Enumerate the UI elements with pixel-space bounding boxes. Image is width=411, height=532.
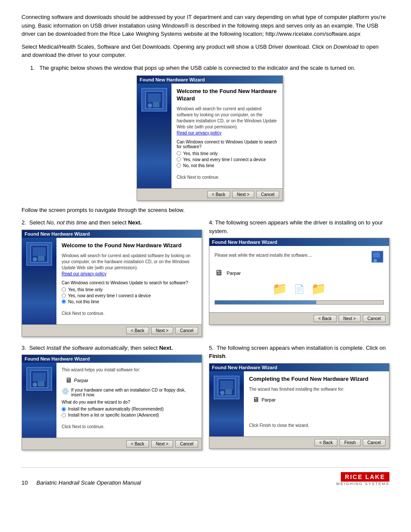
svg-rect-5 xyxy=(33,247,46,256)
step3-radio-list-label: Install from a list or specific location… xyxy=(68,413,159,417)
step2-radio2-input[interactable] xyxy=(62,293,66,298)
dialog1-next-btn[interactable]: Next > xyxy=(232,191,254,198)
step1-content: The graphic below shows the window that … xyxy=(39,65,355,71)
step2-title-text: Found New Hardware Wizard xyxy=(25,231,90,236)
dialog1-title-text: Found New Hardware Wizard xyxy=(140,77,205,82)
step2-question: Can Windows connect to Windows Update to… xyxy=(62,280,196,285)
step2-radio3-label: No, not this time xyxy=(68,299,99,304)
step1-number: 1. xyxy=(30,65,35,71)
step3-radio-auto-input[interactable] xyxy=(62,407,66,411)
svg-point-2 xyxy=(148,103,152,108)
step2-before: Select xyxy=(29,219,47,226)
svg-point-13 xyxy=(33,383,37,387)
step5-completing-desc: The wizard has finished installing the s… xyxy=(249,386,384,392)
step1-text: 1. The graphic below shows the window th… xyxy=(30,64,389,72)
step2-left xyxy=(22,238,56,324)
step5-completing-title: Completing the Found New Hardware Wizard xyxy=(249,376,384,383)
brand-logo: RICE LAKE xyxy=(341,472,389,482)
radio3-label: No, not this time xyxy=(183,163,214,168)
step5-block: 5. The following screen appears when ins… xyxy=(209,344,389,451)
step2-right: Welcome to the Found New Hardware Wizard… xyxy=(56,238,202,324)
step2-radio1-input[interactable] xyxy=(62,287,66,292)
step3-left xyxy=(22,363,56,438)
step3-cancel-btn[interactable]: Cancel xyxy=(175,440,198,448)
step3-back-btn[interactable]: < Back xyxy=(126,440,149,448)
step4-progress-area: 🖥 Parpar xyxy=(215,268,384,277)
step2-back-btn[interactable]: < Back xyxy=(126,327,149,334)
step4-titlebar: Found New Hardware Wizard xyxy=(209,238,389,246)
step5-finish-btn[interactable]: Finish xyxy=(339,439,361,446)
step4-corner-icon xyxy=(371,250,384,264)
intro-para1: Connecting software and downloads should… xyxy=(22,13,389,38)
radio3-input[interactable] xyxy=(177,163,181,168)
dialog1-click-next: Click Next to continue. xyxy=(177,174,277,180)
step3-bold: Next. xyxy=(159,345,173,351)
step3-footer: < Back Next > Cancel xyxy=(22,438,202,450)
step3-radio-auto-label: Install the software automatically (Reco… xyxy=(68,407,164,411)
step4-back-btn[interactable]: < Back xyxy=(314,315,336,322)
step4-text: The following screen appears while the d… xyxy=(209,219,383,234)
step3-radio-list-input[interactable] xyxy=(62,413,66,417)
step5-back-btn[interactable]: < Back xyxy=(314,439,337,446)
step5-label: 5. The following screen appears when ins… xyxy=(209,344,389,361)
step2-privacy-link[interactable]: Read our privacy policy xyxy=(62,271,106,276)
step4-number: 4. xyxy=(209,219,214,226)
page-number: 10 xyxy=(22,479,28,486)
step2-titlebar: Found New Hardware Wizard xyxy=(22,230,202,238)
step5-cancel-btn[interactable]: Cancel xyxy=(363,439,386,446)
radio1-label: Yes, this time only xyxy=(183,151,218,156)
dialog1-footer: < Back Next > Cancel xyxy=(137,188,283,200)
step2-click-next: Click Next to continue. xyxy=(62,311,196,317)
svg-rect-16 xyxy=(220,381,233,389)
step2-next-btn[interactable]: Next > xyxy=(151,327,173,334)
step4-dialog: Found New Hardware Wizard Please wait wh… xyxy=(209,238,389,325)
dialog1-welcome-title: Welcome to the Found New Hardware Wizard xyxy=(177,88,277,103)
radio1-input[interactable] xyxy=(177,151,181,156)
svg-point-10 xyxy=(374,259,377,262)
step3-body: This wizard helps you install software f… xyxy=(22,363,202,438)
dialog1-desc: Windows will search for current and upda… xyxy=(177,106,277,136)
svg-rect-3 xyxy=(153,102,159,107)
step3-radio-list: Install from a list or specific location… xyxy=(62,413,196,417)
step4-cancel-btn[interactable]: Cancel xyxy=(363,315,386,322)
step5-after: . xyxy=(225,353,227,359)
svg-rect-18 xyxy=(225,389,232,395)
privacy-link[interactable]: Read our privacy policy xyxy=(177,131,221,135)
brand-sub: WEIGHING SYSTEMS xyxy=(336,482,389,486)
step3-titlebar: Found New Hardware Wizard xyxy=(22,355,202,363)
dialog1-back-btn[interactable]: < Back xyxy=(207,191,230,198)
step3-block: 3. Select Install the software automatic… xyxy=(22,344,202,451)
dialog1-left xyxy=(137,84,171,188)
step3-what-do: What do you want the wizard to do? xyxy=(62,400,196,404)
step5-title-text: Found New Hardware Wizard xyxy=(212,365,277,370)
step1-dialog: Found New Hardware Wizard Welcome to the… xyxy=(137,75,283,201)
step1-block: 1. The graphic below shows the window th… xyxy=(30,64,389,201)
step5-dialog: Found New Hardware Wizard Completing the xyxy=(209,363,389,449)
step2-radio2: Yes, now and every time I connect a devi… xyxy=(62,293,196,298)
svg-rect-7 xyxy=(38,256,44,261)
step3-next-btn[interactable]: Next > xyxy=(151,440,173,448)
dialog1-right: Welcome to the Found New Hardware Wizard… xyxy=(171,84,283,188)
step5-titlebar: Found New Hardware Wizard xyxy=(209,364,389,371)
step3-before: Select xyxy=(29,345,47,351)
step4-next-btn[interactable]: Next > xyxy=(339,315,361,322)
radio2-input[interactable] xyxy=(177,157,181,162)
step3-radio-auto: Install the software automatically (Reco… xyxy=(62,407,196,411)
step2-cancel-btn[interactable]: Cancel xyxy=(175,327,198,334)
radio3-option: No, not this time xyxy=(177,163,277,168)
step3-label: 3. Select Install the software automatic… xyxy=(22,344,202,352)
step4-label: 4. The following screen appears while th… xyxy=(209,218,389,235)
step3-device-row: 🖥 Parpar xyxy=(65,376,196,384)
dialog1-cancel-btn[interactable]: Cancel xyxy=(256,191,279,198)
radio2-option: Yes, now and every time I connect a devi… xyxy=(177,157,277,162)
step4-pc-icon: 🖥 xyxy=(215,268,222,277)
radio2-label: Yes, now and every time I connect a devi… xyxy=(183,157,266,162)
step4-block: 4. The following screen appears while th… xyxy=(209,218,389,336)
step2-radio3-input[interactable] xyxy=(62,299,66,304)
step2-welcome-title: Welcome to the Found New Hardware Wizard xyxy=(62,242,196,249)
step2-desc-text: Windows will search for current and upda… xyxy=(62,253,190,270)
step5-device-name: Parpar xyxy=(262,397,276,402)
wizard-icon xyxy=(141,88,167,112)
step2-radio3: No, not this time xyxy=(62,299,196,304)
step4-footer: < Back Next > Cancel xyxy=(209,312,389,324)
